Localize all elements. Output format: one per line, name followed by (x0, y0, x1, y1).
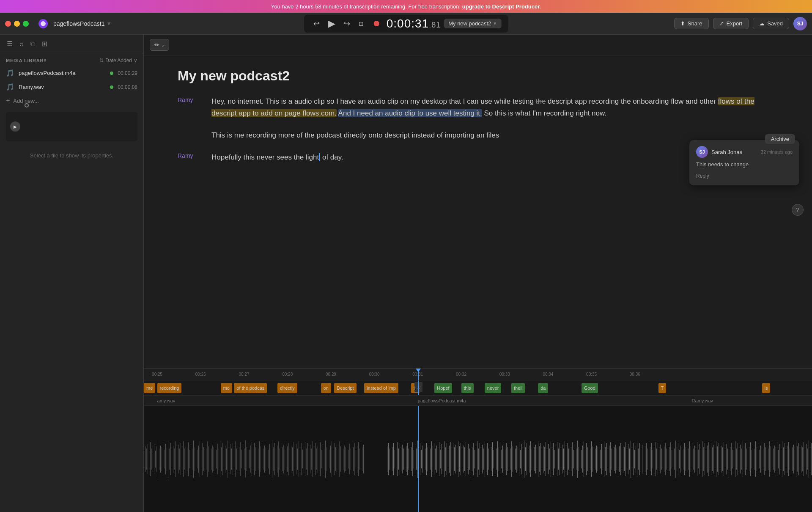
step-button[interactable]: ⊡ (356, 19, 366, 29)
sort-button[interactable]: ⇅ Date Added ∨ (99, 58, 137, 63)
transcript-text-0[interactable]: Hey, no internet. This is a audio clip s… (211, 96, 778, 119)
svg-rect-152 (334, 443, 335, 475)
svg-rect-303 (548, 444, 549, 474)
word-chip-is: is (762, 383, 771, 393)
svg-rect-203 (421, 450, 422, 468)
svg-rect-393 (664, 446, 664, 472)
record-button[interactable]: ⏺ (370, 17, 383, 30)
svg-rect-81 (244, 449, 244, 470)
media-duration-0: 00:00:29 (118, 70, 137, 76)
play-button[interactable]: ▶ (326, 17, 338, 31)
svg-rect-491 (788, 442, 789, 476)
svg-rect-373 (637, 441, 637, 477)
svg-rect-405 (679, 450, 680, 468)
svg-rect-343 (599, 442, 599, 476)
svg-rect-379 (646, 443, 647, 475)
speaker-label-0[interactable]: Ramy (178, 96, 203, 119)
svg-rect-235 (462, 449, 462, 470)
add-new-button[interactable]: + Add new... (0, 94, 143, 107)
reply-button[interactable]: Reply (696, 173, 709, 179)
svg-rect-422 (701, 449, 701, 470)
help-button[interactable]: ? (792, 204, 804, 216)
minimize-window-button[interactable] (14, 21, 20, 27)
svg-rect-146 (326, 447, 327, 471)
transcript-area[interactable]: My new podcast2 Ramy Hey, no internet. T… (144, 55, 812, 368)
avatar[interactable]: SJ (793, 17, 807, 30)
close-window-button[interactable] (5, 21, 11, 27)
speaker-label-2[interactable]: Ramy (178, 151, 203, 163)
svg-rect-349 (606, 443, 607, 475)
svg-rect-285 (525, 447, 526, 471)
media-item-0[interactable]: 🎵 pageflowsPodcast.m4a 00:00:29 (0, 66, 143, 80)
svg-rect-121 (295, 450, 295, 468)
svg-rect-322 (572, 442, 573, 476)
svg-rect-347 (604, 441, 604, 477)
svg-rect-184 (397, 442, 398, 476)
media-library-title: MEDIA LIBRARY (6, 58, 47, 63)
saved-button[interactable]: ☁ Saved (753, 18, 789, 29)
svg-rect-227 (452, 449, 452, 470)
svg-rect-229 (454, 447, 455, 471)
svg-rect-424 (703, 447, 704, 471)
svg-rect-413 (689, 441, 690, 477)
waveform-area: .wv { fill: none; stroke: #555; stroke-w… (144, 406, 812, 512)
svg-rect-147 (328, 443, 328, 475)
export-button[interactable]: ↗ Export (713, 18, 749, 29)
svg-rect-177 (388, 443, 389, 475)
svg-rect-122 (296, 444, 296, 474)
label-track: amy.wav pageflowsPodcast.m4a Ramy.wav (144, 396, 812, 406)
preview-play-button[interactable]: ▶ (10, 121, 20, 132)
svg-rect-445 (730, 447, 730, 471)
svg-rect-183 (396, 446, 396, 473)
svg-rect-507 (809, 440, 809, 478)
archive-button[interactable]: Archive (765, 134, 795, 144)
copy-button[interactable]: ⧉ (29, 39, 37, 50)
timecode: 0:00:31.81 (387, 17, 441, 30)
svg-rect-441 (725, 450, 725, 468)
svg-rect-79 (241, 450, 242, 468)
fast-forward-button[interactable]: ↪ (341, 17, 353, 30)
svg-rect-262 (496, 449, 497, 470)
rewind-button[interactable]: ↩ (311, 17, 322, 30)
svg-rect-116 (288, 443, 289, 475)
svg-rect-186 (400, 443, 400, 475)
svg-rect-113 (285, 449, 285, 470)
transcript-block-2: Ramy Hopefully this never sees the light… (178, 151, 778, 163)
svg-rect-289 (530, 441, 531, 477)
svg-rect-298 (542, 449, 542, 470)
media-item-1[interactable]: 🎵 Ramy.wav 00:00:08 (0, 80, 143, 94)
svg-rect-389 (659, 447, 659, 471)
svg-rect-40 (192, 449, 192, 470)
project-name[interactable]: pageflowsPodcast1 ▼ (53, 20, 111, 27)
svg-rect-290 (532, 449, 532, 470)
comment-body: This needs to change (696, 161, 793, 168)
svg-rect-8 (151, 449, 152, 470)
svg-rect-155 (338, 449, 338, 470)
grid-view-button[interactable]: ⊞ (40, 38, 49, 50)
svg-rect-352 (610, 442, 611, 476)
word-chip-good: Good (582, 383, 598, 393)
composition-selector[interactable]: My new podcast2 ▼ (444, 19, 501, 28)
svg-rect-46 (200, 441, 200, 477)
search-button[interactable]: ⌕ (18, 39, 25, 50)
svg-rect-493 (791, 443, 791, 475)
svg-rect-82 (245, 440, 246, 478)
menu-button[interactable]: ☰ (5, 38, 14, 50)
svg-rect-85 (249, 450, 250, 468)
svg-rect-249 (480, 443, 480, 475)
svg-rect-384 (653, 450, 653, 468)
svg-rect-394 (665, 443, 666, 475)
svg-rect-130 (306, 449, 307, 470)
transcript-text-1[interactable]: This is me recording more of the podcast… (211, 129, 778, 141)
svg-rect-230 (455, 445, 456, 473)
edit-tool-button[interactable]: ✏ ⌄ (150, 39, 169, 51)
upgrade-link[interactable]: upgrade to Descript Producer. (462, 3, 541, 10)
svg-rect-50 (205, 445, 205, 473)
svg-rect-345 (601, 444, 602, 474)
svg-rect-47 (201, 449, 201, 470)
svg-rect-115 (287, 446, 288, 472)
svg-rect-342 (598, 447, 598, 471)
track-label-pageflows: pageflowsPodcast.m4a (418, 398, 466, 403)
share-button[interactable]: ⬆ Share (674, 18, 709, 29)
maximize-window-button[interactable] (23, 21, 29, 27)
